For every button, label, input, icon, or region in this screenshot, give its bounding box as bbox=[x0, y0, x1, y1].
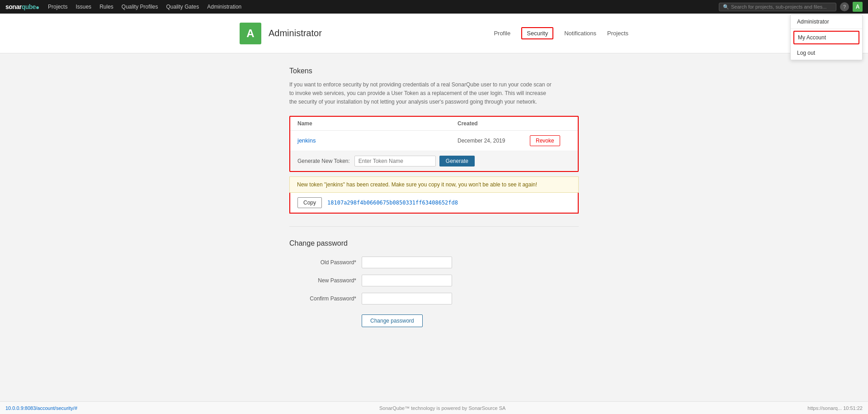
new-password-row: New Password* bbox=[289, 275, 579, 286]
account-username: Administrator bbox=[269, 28, 322, 38]
footer-status-url: https://sonarq... 10:51:22 bbox=[807, 405, 863, 411]
old-password-label: Old Password* bbox=[289, 259, 362, 266]
tokens-description: If you want to enforce security by not p… bbox=[289, 81, 552, 107]
nav-projects[interactable]: Projects bbox=[48, 4, 67, 10]
footer-powered-by: SonarQube™ technology is powered by Sona… bbox=[379, 405, 505, 411]
footer-url: 10.0.0.9:8083/account/security/# bbox=[5, 405, 77, 411]
change-password-title: Change password bbox=[289, 239, 579, 247]
tokens-table-header: Name Created bbox=[290, 117, 578, 131]
tab-notifications[interactable]: Notifications bbox=[564, 28, 596, 38]
user-dropdown-menu: Administrator My Account Log out bbox=[790, 14, 863, 60]
search-icon: 🔍 bbox=[723, 4, 729, 10]
nav-rules[interactable]: Rules bbox=[99, 4, 113, 10]
col-header-name: Name bbox=[297, 120, 458, 127]
top-navigation: sonarqube Projects Issues Rules Quality … bbox=[0, 0, 868, 14]
main-content: Tokens If you want to enforce security b… bbox=[0, 53, 868, 341]
account-header-inner: A Administrator Profile Security Notific… bbox=[231, 23, 637, 44]
col-header-created: Created bbox=[458, 120, 530, 127]
nav-quality-profiles[interactable]: Quality Profiles bbox=[122, 4, 158, 10]
search-input[interactable] bbox=[731, 4, 832, 10]
generate-token-label: Generate New Token: bbox=[297, 158, 350, 164]
nav-quality-gates[interactable]: Quality Gates bbox=[166, 4, 199, 10]
tokens-title: Tokens bbox=[289, 67, 579, 75]
token-name: jenkins bbox=[297, 137, 458, 144]
confirm-password-input[interactable] bbox=[362, 293, 452, 305]
dropdown-logout[interactable]: Log out bbox=[791, 46, 862, 60]
token-created-notice: New token "jenkins" has been created. Ma… bbox=[289, 176, 579, 193]
tokens-table-wrapper: Name Created jenkins December 24, 2019 R… bbox=[289, 116, 579, 172]
change-password-button[interactable]: Change password bbox=[362, 314, 423, 327]
table-row: jenkins December 24, 2019 Revoke bbox=[290, 131, 578, 151]
user-avatar-button[interactable]: A bbox=[853, 2, 863, 12]
page-footer: 10.0.0.9:8083/account/security/# SonarQu… bbox=[0, 401, 868, 414]
top-nav-right: 🔍 ? A Administrator My Account Log out bbox=[719, 2, 863, 12]
logo-dot-icon bbox=[36, 6, 39, 9]
col-header-action bbox=[530, 120, 571, 127]
old-password-input[interactable] bbox=[362, 257, 452, 268]
change-pw-btn-row: Change password bbox=[289, 311, 579, 327]
change-password-section: Change password Old Password* New Passwo… bbox=[289, 239, 579, 327]
old-password-row: Old Password* bbox=[289, 257, 579, 268]
user-avatar-large: A bbox=[240, 23, 261, 44]
revoke-button[interactable]: Revoke bbox=[530, 135, 560, 146]
brand-logo[interactable]: sonarqube bbox=[5, 3, 39, 10]
generate-token-row: Generate New Token: Generate bbox=[290, 151, 578, 171]
tab-profile[interactable]: Profile bbox=[494, 28, 510, 38]
confirm-password-row: Confirm Password* bbox=[289, 293, 579, 305]
help-button[interactable]: ? bbox=[840, 2, 849, 11]
nav-links: Projects Issues Rules Quality Profiles Q… bbox=[48, 4, 719, 10]
nav-administration[interactable]: Administration bbox=[207, 4, 241, 10]
new-password-input[interactable] bbox=[362, 275, 452, 286]
dropdown-my-account[interactable]: My Account bbox=[793, 31, 859, 44]
new-password-label: New Password* bbox=[289, 277, 362, 284]
dropdown-divider bbox=[791, 29, 862, 29]
section-divider bbox=[289, 226, 579, 227]
generate-button[interactable]: Generate bbox=[439, 156, 475, 167]
token-created-date: December 24, 2019 bbox=[458, 138, 530, 144]
token-value: 18107a298f4b0660675b0850331ff63408652fd8 bbox=[327, 200, 458, 206]
search-box[interactable]: 🔍 bbox=[719, 3, 836, 11]
confirm-password-label: Confirm Password* bbox=[289, 295, 362, 302]
tab-security[interactable]: Security bbox=[521, 27, 553, 39]
account-header: A Administrator Profile Security Notific… bbox=[0, 14, 868, 53]
nav-issues[interactable]: Issues bbox=[75, 4, 91, 10]
token-name-input[interactable] bbox=[354, 156, 436, 167]
token-copy-row: Copy 18107a298f4b0660675b0850331ff634086… bbox=[289, 193, 579, 214]
dropdown-username: Administrator bbox=[791, 15, 862, 29]
account-nav: Profile Security Notifications Projects bbox=[494, 27, 628, 39]
tab-projects[interactable]: Projects bbox=[607, 28, 628, 38]
content-inner: Tokens If you want to enforce security b… bbox=[289, 67, 579, 327]
copy-token-button[interactable]: Copy bbox=[297, 197, 322, 208]
